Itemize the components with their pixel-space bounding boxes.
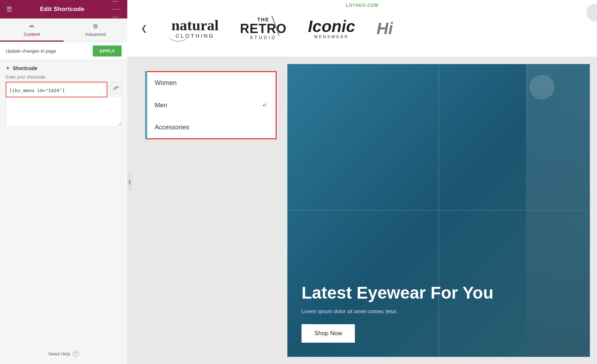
promo-grid-cell-1 [287,64,439,210]
iconic-circle-deco [586,4,597,21]
tab-advanced[interactable]: ⚙ Advanced [64,18,127,42]
paste-icon-button[interactable]: ☍ [110,82,122,93]
shortcode-textarea-wrapper [6,97,122,126]
pencil-icon: ✏ [30,23,34,30]
shortcode-textarea[interactable] [6,97,121,126]
content-area: Women Men ⤶ Accessories [127,57,597,364]
apply-button[interactable]: APPLY [93,46,122,57]
gear-icon: ⚙ [93,23,98,30]
shortcode-label: Enter your shortcode [0,75,127,82]
brand-retro-studio: THE RETRO STUDIO [240,17,287,40]
brand-retro-text: RETRO [240,22,287,35]
brand-iconic-text: Iconic [308,18,355,34]
natural-deco [168,27,189,42]
loyseo-badge: LOYSEO.COM [346,3,378,8]
promo-title: Latest Eyewear For You [302,283,576,303]
promo-panel: Latest Eyewear For You Lorem ipsum dolor… [287,64,590,357]
menu-item-accessories[interactable]: Accessories [146,117,276,138]
brand-menswear-text: MENSWEAR [314,34,349,39]
menu-item-men[interactable]: Men ⤶ [146,94,276,117]
tab-advanced-label: Advanced [85,32,106,37]
update-label: Update changes to page [6,48,56,54]
section-arrow-icon: ▼ [6,66,10,71]
collapse-handle[interactable]: ❮ [127,173,132,191]
panel-title: Edit Shortcode [40,6,84,13]
brand-iconic: Iconic MENSWEAR [308,18,355,39]
tab-content-label: Content [24,32,40,37]
need-help-section: Need Help ? [0,343,127,364]
update-bar: Update changes to page APPLY [0,42,127,60]
menu-card-container: Women Men ⤶ Accessories [145,71,277,139]
shortcode-input[interactable] [6,82,107,97]
menu-men-label: Men [155,102,167,109]
help-icon[interactable]: ? [73,350,79,357]
section-shortcode: ▼ Shortcode [0,60,127,75]
need-help-label: Need Help [48,351,70,357]
blue-strip [145,71,147,139]
shop-now-button[interactable]: Shop Now [302,324,355,343]
menu-item-women[interactable]: Women [146,72,276,94]
brand-prev-icon[interactable]: ❮ [138,24,150,33]
menu-accessories-label: Accessories [155,124,189,131]
brand-partial: Hi [377,19,393,38]
menu-preview-box: Women Men ⤶ Accessories [134,64,287,357]
left-panel: ☰ Edit Shortcode ⋅⋅⋅⋅⋅⋅⋅⋅⋅⋅ ✏ Content ⚙ … [0,0,127,364]
brand-studio-text: STUDIO [250,35,277,40]
tab-content[interactable]: ✏ Content [0,18,64,42]
main-area: LOYSEO.COM ❮ natural CLOTHING THE RETRO … [127,0,597,364]
brand-bar: LOYSEO.COM ❮ natural CLOTHING THE RETRO … [127,0,597,57]
promo-subtitle: Lorem ipsum dolor sit amet consec tetur. [302,308,576,314]
menu-card: Women Men ⤶ Accessories [145,71,277,139]
brand-natural-clothing: natural CLOTHING [171,18,219,39]
brand-partial-text: Hi [377,19,393,38]
panel-header: ☰ Edit Shortcode ⋅⋅⋅⋅⋅⋅⋅⋅⋅⋅ [0,0,127,18]
grid-icon[interactable]: ⋅⋅⋅⋅⋅⋅⋅⋅⋅⋅ [112,0,121,21]
shortcode-input-wrapper [6,82,107,97]
promo-content: Latest Eyewear For You Lorem ipsum dolor… [302,283,576,343]
chevron-down-icon: ⤶ [262,101,267,109]
shortcode-input-row: ☍ [0,82,127,97]
menu-women-label: Women [155,79,177,87]
hamburger-icon[interactable]: ☰ [6,5,12,13]
tabs-row: ✏ Content ⚙ Advanced [0,18,127,42]
section-title: Shortcode [13,65,37,71]
